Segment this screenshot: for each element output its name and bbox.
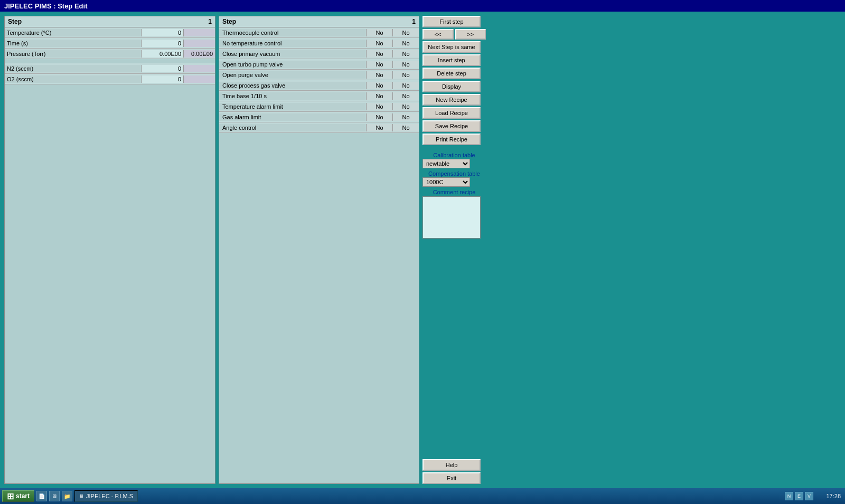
help-button[interactable]: Help xyxy=(422,459,481,471)
step-label-6: Time base 1/10 s xyxy=(219,92,366,100)
right-panel: First step << >> Next Step is same Inser… xyxy=(422,16,486,484)
temperature-row: Temperature (°C) 0 xyxy=(5,27,215,38)
prev-step-button[interactable]: << xyxy=(422,29,454,40)
step-label-7: Temperature alarm limit xyxy=(219,103,366,110)
taskbar-icon-2[interactable]: 🖥 xyxy=(49,491,60,501)
step-label-9: Angle control xyxy=(219,124,366,131)
o2-value[interactable]: 0 xyxy=(141,75,183,83)
taskbar-tray: N E V xyxy=(785,492,813,500)
step-row-7: Temperature alarm limit No No xyxy=(219,101,419,112)
pressure-row: Pressure (Torr) 0.00E00 0.00E00 xyxy=(5,49,215,59)
start-label: start xyxy=(16,492,30,500)
step-val2-6[interactable]: No xyxy=(392,92,419,100)
o2-label: O2 (sccm) xyxy=(5,75,141,83)
pressure-value[interactable]: 0.00E00 xyxy=(141,50,183,58)
step-label-8: Gas alarm limit xyxy=(219,113,366,121)
title-bar: JIPELEC PIMS : Step Edit xyxy=(0,0,845,12)
step-val2-5[interactable]: No xyxy=(392,82,419,89)
step-row-9: Angle control No No xyxy=(219,122,419,133)
step-label-4: Open purge valve xyxy=(219,71,366,79)
new-recipe-button[interactable]: New Recipe xyxy=(422,94,481,106)
calibration-dropdown-container: newtable table1 table2 xyxy=(422,159,486,168)
step-val1-9[interactable]: No xyxy=(366,124,392,131)
step-val1-6[interactable]: No xyxy=(366,92,392,100)
middle-header-col1: 1 xyxy=(412,18,416,25)
n2-row: N2 (sccm) 0 xyxy=(5,63,215,74)
compensation-table-select[interactable]: 1000C 500C 750C xyxy=(422,177,470,187)
time-value[interactable]: 0 xyxy=(141,40,183,47)
step-val2-0[interactable]: No xyxy=(392,29,419,36)
load-recipe-button[interactable]: Load Recipe xyxy=(422,107,481,119)
step-row-4: Open purge valve No No xyxy=(219,70,419,80)
pressure-value2[interactable]: 0.00E00 xyxy=(183,50,215,58)
step-label-0: Thermocouple control xyxy=(219,29,366,36)
temperature-value[interactable]: 0 xyxy=(141,29,183,36)
middle-header-label: Step xyxy=(222,18,410,25)
calibration-table-select[interactable]: newtable table1 table2 xyxy=(422,159,470,168)
step-val1-5[interactable]: No xyxy=(366,82,392,89)
bottom-buttons: Help Exit xyxy=(422,456,486,484)
calibration-table-label: Calibration table xyxy=(422,152,486,158)
step-val1-4[interactable]: No xyxy=(366,71,392,79)
step-val2-9[interactable]: No xyxy=(392,124,419,131)
taskbar-task-label: JIPELEC - P.I.M.S xyxy=(86,493,133,499)
save-recipe-button[interactable]: Save Recipe xyxy=(422,120,481,132)
step-row-8: Gas alarm limit No No xyxy=(219,112,419,122)
left-header-label: Step xyxy=(8,18,206,25)
calibration-section: Calibration table newtable table1 table2… xyxy=(422,150,486,240)
o2-value2 xyxy=(183,75,215,83)
next-step-button[interactable]: >> xyxy=(455,29,486,40)
step-label-5: Close process gas valve xyxy=(219,82,366,89)
step-val2-3[interactable]: No xyxy=(392,61,419,68)
o2-row: O2 (sccm) 0 xyxy=(5,74,215,84)
step-val1-2[interactable]: No xyxy=(366,50,392,58)
n2-value[interactable]: 0 xyxy=(141,65,183,72)
display-button[interactable]: Display xyxy=(422,81,481,92)
start-button[interactable]: ⊞ start xyxy=(2,490,34,502)
print-recipe-button[interactable]: Print Recipe xyxy=(422,134,481,145)
compensation-dropdown-container: 1000C 500C 750C xyxy=(422,177,486,187)
step-row-2: Close primary vacuum No No xyxy=(219,49,419,59)
exit-button[interactable]: Exit xyxy=(422,472,481,484)
taskbar-task[interactable]: 🖥 JIPELEC - P.I.M.S xyxy=(74,490,138,502)
step-val2-8[interactable]: No xyxy=(392,113,419,121)
delete-step-button[interactable]: Delete step xyxy=(422,68,481,79)
title-text: JIPELEC PIMS : Step Edit xyxy=(4,2,87,10)
pressure-label: Pressure (Torr) xyxy=(5,50,141,58)
step-val2-2[interactable]: No xyxy=(392,50,419,58)
taskbar: ⊞ start 📄 🖥 📁 🖥 JIPELEC - P.I.M.S N E V … xyxy=(0,488,845,504)
time-label: Time (s) xyxy=(5,40,141,47)
step-val1-1[interactable]: No xyxy=(366,40,392,47)
step-val1-7[interactable]: No xyxy=(366,103,392,110)
nav-row: << >> xyxy=(422,29,486,40)
next-step-same-button[interactable]: Next Step is same xyxy=(422,41,481,53)
step-row-0: Thermocouple control No No xyxy=(219,27,419,38)
tray-icon-1: N xyxy=(785,492,793,500)
section-gap xyxy=(5,59,215,63)
step-label-2: Close primary vacuum xyxy=(219,50,366,58)
step-row-5: Close process gas valve No No xyxy=(219,80,419,91)
insert-step-button[interactable]: Insert step xyxy=(422,54,481,66)
first-step-button[interactable]: First step xyxy=(422,16,481,27)
step-val2-4[interactable]: No xyxy=(392,71,419,79)
left-panel-header: Step 1 xyxy=(5,16,215,27)
tray-icon-3: V xyxy=(805,492,813,500)
step-label-3: Open turbo pump valve xyxy=(219,61,366,68)
step-val1-8[interactable]: No xyxy=(366,113,392,121)
taskbar-icon-1[interactable]: 📄 xyxy=(36,491,47,501)
time-row: Time (s) 0 xyxy=(5,38,215,49)
taskbar-icon-3[interactable]: 📁 xyxy=(62,491,72,501)
step-row-1: No temperature control No No xyxy=(219,38,419,49)
n2-label: N2 (sccm) xyxy=(5,65,141,72)
n2-value2 xyxy=(183,65,215,72)
step-label-1: No temperature control xyxy=(219,40,366,47)
middle-panel-filler xyxy=(219,133,419,483)
compensation-table-label: Compensation table xyxy=(422,170,486,177)
middle-panel-header: Step 1 xyxy=(219,16,419,27)
step-val1-3[interactable]: No xyxy=(366,61,392,68)
step-val2-1[interactable]: No xyxy=(392,40,419,47)
step-val1-0[interactable]: No xyxy=(366,29,392,36)
comment-recipe-label: Comment recipe xyxy=(422,189,486,195)
step-val2-7[interactable]: No xyxy=(392,103,419,110)
comment-recipe-textarea[interactable] xyxy=(422,196,481,239)
